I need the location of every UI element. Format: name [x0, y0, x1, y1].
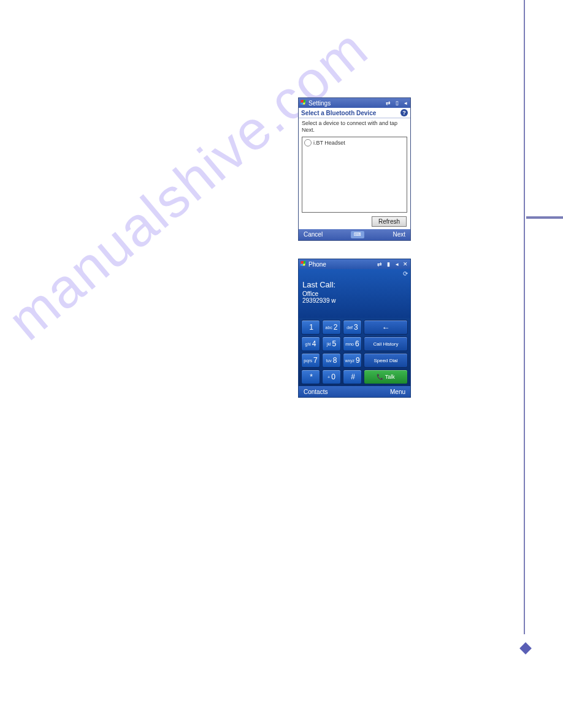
title-text: Settings: [308, 100, 331, 107]
call-display: ⟳ Last Call: Office 29392939 w: [299, 269, 410, 318]
volume-icon[interactable]: ◂: [402, 100, 409, 106]
bluetooth-settings-screen: Settings ⇄ ▯ ◂ Select a Bluetooth Device…: [298, 97, 411, 241]
battery-icon[interactable]: ▯: [393, 100, 400, 106]
key-9[interactable]: wxyz9: [343, 353, 362, 368]
headset-icon: [304, 139, 312, 146]
dial-keypad: 1 abc2 def3 ← ghi4 jkl5 mno6 Call Histor…: [299, 318, 410, 386]
close-icon[interactable]: ✕: [402, 261, 409, 267]
key-2[interactable]: abc2: [322, 320, 341, 335]
help-icon[interactable]: ?: [400, 109, 408, 116]
key-0[interactable]: +0: [322, 370, 341, 384]
status-icon: ⟳: [403, 270, 408, 277]
menu-button[interactable]: Menu: [390, 389, 405, 395]
contacts-button[interactable]: Contacts: [304, 389, 327, 395]
page-rule-stub: [526, 216, 563, 219]
key-3[interactable]: def3: [343, 320, 362, 335]
start-icon[interactable]: [300, 99, 307, 107]
talk-button[interactable]: 📞 Talk: [364, 370, 408, 384]
last-call-label: Last Call:: [302, 271, 407, 290]
key-1[interactable]: 1: [301, 320, 320, 335]
panel-heading: Select a Bluetooth Device ?: [299, 108, 410, 118]
instruction-text: Select a device to connect with and tap …: [299, 118, 410, 135]
cancel-button[interactable]: Cancel: [304, 231, 323, 238]
key-backspace[interactable]: ←: [364, 320, 408, 335]
speed-dial-button[interactable]: Speed Dial: [364, 353, 408, 368]
start-icon[interactable]: [300, 260, 307, 268]
title-text: Phone: [308, 261, 326, 268]
last-call-name: Office: [302, 290, 407, 297]
key-8[interactable]: tuv8: [322, 353, 341, 368]
soft-key-bar: Contacts Menu: [299, 386, 410, 397]
call-history-button[interactable]: Call History: [364, 336, 408, 351]
title-bar: Settings ⇄ ▯ ◂: [299, 98, 410, 108]
key-5[interactable]: jkl5: [322, 336, 341, 351]
key-hash[interactable]: #: [343, 370, 362, 384]
page-rule-right: [524, 0, 525, 634]
refresh-button[interactable]: Refresh: [372, 216, 407, 227]
page-marker-diamond: [519, 642, 532, 654]
connectivity-icon[interactable]: ⇄: [385, 100, 392, 106]
volume-icon[interactable]: ◂: [393, 261, 400, 267]
signal-icon[interactable]: ▮: [385, 261, 392, 267]
key-4[interactable]: ghi4: [301, 336, 320, 351]
device-name: i.BT Headset: [313, 140, 345, 146]
key-6[interactable]: mno6: [343, 336, 362, 351]
refresh-row: Refresh: [299, 216, 410, 229]
watermark-text: manualshive.com: [0, 63, 563, 636]
soft-key-bar: Cancel ⌨ Next: [299, 229, 410, 240]
next-button[interactable]: Next: [393, 231, 405, 238]
last-call-number: 29392939 w: [302, 297, 407, 304]
key-7[interactable]: pqrs7: [301, 353, 320, 368]
title-bar: Phone ⇄ ▮ ◂ ✕: [299, 259, 410, 269]
phone-dialer-screen: Phone ⇄ ▮ ◂ ✕ ⟳ Last Call: Office 293929…: [298, 259, 411, 398]
device-list[interactable]: i.BT Headset: [302, 137, 407, 213]
panel-heading-text: Select a Bluetooth Device: [301, 110, 376, 116]
sip-button[interactable]: ⌨: [351, 231, 364, 238]
device-list-item[interactable]: i.BT Headset: [304, 139, 405, 146]
connectivity-icon[interactable]: ⇄: [376, 261, 383, 267]
key-star[interactable]: *: [301, 370, 320, 384]
